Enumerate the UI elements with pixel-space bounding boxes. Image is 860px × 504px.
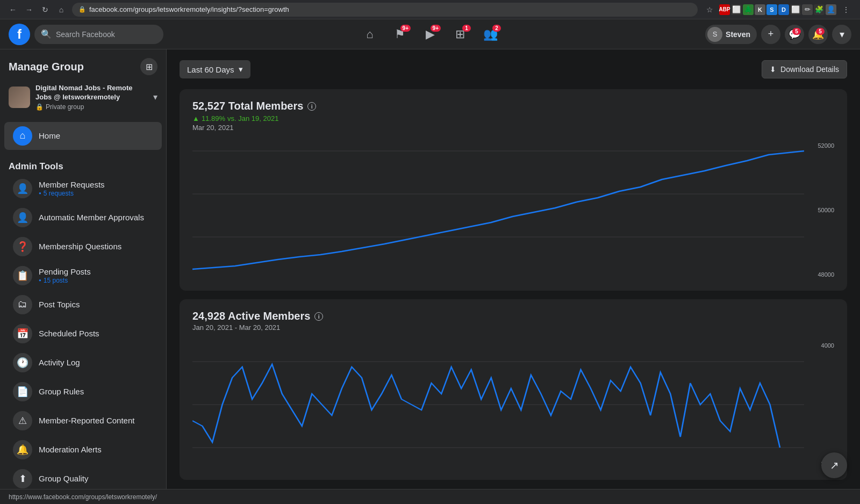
group-privacy: 🔒 Private group [35,103,148,111]
reported-content-label: Member-Reported Content [39,416,153,425]
ext-user-av[interactable]: 👤 [826,4,836,15]
dropdown-arrow-icon[interactable]: ▾ [153,92,157,102]
sidebar-item-group-quality[interactable]: ⬆ Group Quality [4,465,162,489]
back-button[interactable]: ← [6,3,19,16]
filter-chevron-icon: ▾ [239,64,243,74]
grid-icon-button[interactable]: ⊞ [140,58,157,75]
ext-abp[interactable]: ABP [719,4,730,15]
notifications-button[interactable]: 🔔 5 [808,25,828,44]
ext-g[interactable]: ⬜ [790,4,801,15]
refresh-button[interactable]: ↻ [39,3,52,16]
download-label: Download Details [780,65,839,74]
avatar: S [707,27,722,42]
home-nav-button[interactable]: ⌂ [55,3,68,16]
fab-button[interactable]: ↗ [821,452,847,478]
auto-approvals-icon: 👤 [13,208,32,227]
total-members-y-labels: 52000 50000 48000 [804,140,834,280]
search-icon: 🔍 [41,29,52,39]
nav-right: S Steven + 💬 5 🔔 5 ▾ [705,25,851,44]
active-members-y-labels: 4000 2000 [804,340,834,469]
user-name: Steven [726,30,750,39]
menu-button[interactable]: ▾ [832,25,851,44]
active-members-svg [192,340,804,469]
video-nav-icon[interactable]: ▶ 9+ [416,21,444,47]
growth-arrow-icon: ▲ [192,114,199,123]
ext-2[interactable]: 🌲 [743,4,754,15]
ext-k[interactable]: K [755,4,765,15]
manage-group-header: Manage Group ⊞ [0,49,166,80]
active-members-card: 24,928 Active Members i Jan 20, 2021 - M… [180,299,847,480]
main-layout: Manage Group ⊞ Digital Nomad Jobs - Remo… [0,49,860,489]
browser-nav-buttons: ← → ↻ ⌂ [6,3,68,16]
search-bar[interactable]: 🔍 Search Facebook [34,25,163,44]
more-button[interactable]: ⋮ [838,2,854,17]
sidebar-item-post-topics[interactable]: 🗂 Post Topics [4,291,162,319]
sidebar-item-auto-approvals[interactable]: 👤 Automatic Member Approvals [4,204,162,232]
y-label-mid: 50000 [818,207,834,213]
sidebar-item-reported-content[interactable]: ⚠ Member-Reported Content [4,407,162,435]
date-filter-button[interactable]: Last 60 Days ▾ [180,60,250,78]
ext-1[interactable]: ⬜ [731,4,742,15]
moderation-alerts-icon: 🔔 [13,440,32,459]
messenger-button[interactable]: 💬 5 [785,25,804,44]
total-members-chart: 52000 50000 48000 [192,140,834,280]
sidebar-item-member-requests[interactable]: 👤 Member Requests 5 requests [4,175,162,203]
download-icon: ⬇ [770,65,776,74]
nav-center-icons: ⌂ ⚑ 9+ ▶ 9+ ⊞ 1 👥 2 [356,21,504,47]
active-members-date: Jan 20, 2021 - Mar 20, 2021 [192,323,834,332]
sidebar-item-activity-log[interactable]: 🕐 Activity Log [4,349,162,377]
lock-small-icon: 🔒 [35,103,44,111]
marketplace-nav-icon[interactable]: ⊞ 1 [446,21,474,47]
home-nav-icon[interactable]: ⌂ [356,21,384,47]
group-thumbnail [9,87,30,108]
browser-actions: ☆ ABP ⬜ 🌲 K S D ⬜ ✏ 🧩 👤 ⋮ [702,2,854,17]
group-name: Digital Nomad Jobs - Remote Jobs @ letsw… [35,84,148,102]
ext-s[interactable]: S [766,4,777,15]
active-members-title: 24,928 Active Members i [192,310,834,322]
activity-log-icon: 🕐 [13,353,32,372]
total-members-card: 52,527 Total Members i ▲ 11.89% vs. Jan … [180,89,847,291]
group-name-info: Digital Nomad Jobs - Remote Jobs @ letsw… [35,84,148,111]
y-label-bot: 48000 [818,271,834,278]
sidebar-item-moderation-alerts[interactable]: 🔔 Moderation Alerts [4,436,162,464]
sidebar-item-membership-questions[interactable]: ❓ Membership Questions [4,233,162,261]
user-pill[interactable]: S Steven [705,25,757,44]
group-quality-label: Group Quality [39,474,153,483]
admin-tools-title: Admin Tools [0,155,166,174]
flag-nav-icon[interactable]: ⚑ 9+ [386,21,414,47]
pending-posts-text: Pending Posts 15 posts [39,267,91,284]
sidebar-item-home[interactable]: ⌂ Home [4,122,162,150]
browser-bar: ← → ↻ ⌂ 🔒 facebook.com/groups/letsworkre… [0,0,860,19]
status-url: https://www.facebook.com/groups/letswork… [9,493,157,501]
address-bar[interactable]: 🔒 facebook.com/groups/letsworkremotely/i… [72,3,698,17]
messenger-badge: 5 [792,28,801,35]
people-nav-icon[interactable]: 👥 2 [476,21,504,47]
forward-button[interactable]: → [23,3,35,16]
member-requests-sublabel: 5 requests [39,190,105,197]
ext-d[interactable]: D [778,4,789,15]
add-button[interactable]: + [761,25,780,44]
post-topics-label: Post Topics [39,300,153,309]
total-members-info-icon[interactable]: i [307,102,316,111]
auto-approvals-label: Automatic Member Approvals [39,213,153,222]
download-button[interactable]: ⬇ Download Details [762,60,847,78]
scheduled-posts-label: Scheduled Posts [39,329,153,338]
group-rules-label: Group Rules [39,387,153,396]
content-header: Last 60 Days ▾ ⬇ Download Details [180,60,847,78]
ext-puzzle[interactable]: 🧩 [814,4,825,15]
sidebar-item-pending-posts[interactable]: 📋 Pending Posts 15 posts [4,262,162,290]
total-members-svg [192,140,804,280]
main-content: Last 60 Days ▾ ⬇ Download Details 52,527… [167,49,860,489]
sidebar-item-group-rules[interactable]: 📄 Group Rules [4,378,162,406]
moderation-alerts-label: Moderation Alerts [39,445,153,454]
home-sidebar-icon: ⌂ [13,126,32,146]
search-placeholder: Search Facebook [56,30,115,39]
sidebar-item-scheduled-posts[interactable]: 📅 Scheduled Posts [4,320,162,348]
total-members-title: 52,527 Total Members i [192,100,834,112]
active-members-info-icon[interactable]: i [314,312,323,321]
date-filter-label: Last 60 Days [187,65,234,74]
member-requests-icon: 👤 [13,179,32,198]
member-requests-label: Member Requests [39,180,105,189]
ext-pen[interactable]: ✏ [802,4,813,15]
star-button[interactable]: ☆ [702,2,717,17]
